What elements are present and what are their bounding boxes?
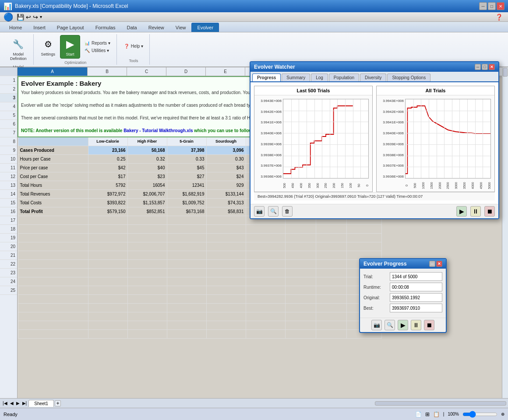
chart-all-y-labels: 3.9943E+006 3.9942E+006 3.9941E+006 3.99… xyxy=(377,99,405,178)
tab-log[interactable]: Log xyxy=(311,74,328,81)
reports-button[interactable]: 📊 Reports ▾ xyxy=(82,40,113,46)
tab-insert[interactable]: Insert xyxy=(28,23,51,32)
row-num-22: 22 xyxy=(0,260,17,269)
zoom-slider[interactable] xyxy=(462,411,497,418)
cell-c6: $40 xyxy=(127,163,167,172)
page-view-icon[interactable]: 📄 xyxy=(415,411,422,417)
corner-cell xyxy=(0,67,17,76)
row-num-9: 9 xyxy=(0,146,17,155)
zoom-in-icon[interactable]: ⊕ xyxy=(501,412,504,416)
sheet-nav: |◀ ◀ ▶ ▶| Sheet1 + xyxy=(2,400,61,407)
layout-view-icon[interactable]: ⊞ xyxy=(425,411,430,417)
watcher-play-button[interactable]: ▶ xyxy=(456,206,467,217)
progress-controls[interactable]: ─ ✕ xyxy=(429,261,442,267)
progress-close[interactable]: ✕ xyxy=(436,261,442,267)
progress-search-button[interactable]: 🔍 xyxy=(385,320,395,330)
row-num-11: 11 xyxy=(0,164,17,172)
y-label-6: 3.9938E+006 xyxy=(254,153,282,157)
save-icon[interactable]: 💾 xyxy=(17,14,24,21)
progress-play-button[interactable]: ▶ xyxy=(398,320,408,330)
tab-data[interactable]: Data xyxy=(121,23,142,32)
cell-e3: Sourdough xyxy=(206,137,246,146)
dropdown-icon[interactable]: ▾ xyxy=(40,14,42,19)
tab-stopping-options[interactable]: Stopping Options xyxy=(387,74,430,81)
status-ready: Ready xyxy=(4,412,18,417)
cell-a8: Total Hours xyxy=(18,181,88,189)
h-scrollbar-track[interactable] xyxy=(375,401,506,406)
row-num-24: 24 xyxy=(0,277,17,286)
close-button[interactable]: ✕ xyxy=(497,2,504,10)
tab-formulas[interactable]: Formulas xyxy=(90,23,121,32)
page-break-icon[interactable]: 📋 xyxy=(433,411,440,417)
watcher-search-button[interactable]: 🔍 xyxy=(268,206,279,217)
new-sheet-button[interactable]: + xyxy=(55,400,61,406)
scrollbar-thumb[interactable] xyxy=(503,68,508,77)
help-icon2: ❓ xyxy=(124,44,129,49)
tab-home[interactable]: Home xyxy=(4,23,28,32)
tab-diversity[interactable]: Diversity xyxy=(360,74,386,81)
row-num-23: 23 xyxy=(0,269,17,277)
all-y-label-1: 3.9943E+006 xyxy=(377,99,404,103)
sheet-tab-sheet1[interactable]: Sheet1 xyxy=(28,400,54,407)
row-num-18: 18 xyxy=(0,225,17,234)
progress-stop-button[interactable]: ⏹ xyxy=(424,320,434,330)
minimize-button[interactable]: ─ xyxy=(479,2,487,10)
all-y-label-2: 3.9942E+006 xyxy=(377,110,404,114)
tab-evolver[interactable]: Evolver xyxy=(191,23,219,32)
watcher-pause-button[interactable]: ⏸ xyxy=(470,206,481,217)
evolver-watcher-tabs: Progress Summary Log Population Diversit… xyxy=(250,72,498,82)
vertical-scrollbar[interactable] xyxy=(502,67,508,398)
progress-minimize[interactable]: ─ xyxy=(429,261,435,267)
horizontal-scrollbar[interactable] xyxy=(375,401,506,406)
tab-progress[interactable]: Progress xyxy=(252,74,281,81)
watcher-minimize[interactable]: ─ xyxy=(475,64,481,70)
watcher-stop-button[interactable]: ⏹ xyxy=(484,206,495,217)
sheet-nav-last[interactable]: ▶| xyxy=(21,400,28,406)
note-link[interactable]: Bakery - Tutorial Walkthrough.xls xyxy=(123,128,193,133)
best-label: Best: xyxy=(363,306,390,311)
tab-population[interactable]: Population xyxy=(329,74,359,81)
row-numbers: 1 2 3 4 5 6 7 8 9 10 11 12 13 14 15 16 1… xyxy=(0,67,18,398)
tab-summary[interactable]: Summary xyxy=(282,74,310,81)
tab-view[interactable]: View xyxy=(170,23,192,32)
start-button[interactable]: ▶ Start xyxy=(60,35,80,59)
progress-button-bar: 📷 🔍 ▶ ⏸ ⏹ xyxy=(360,318,446,332)
cell-c3: High Fiber xyxy=(127,137,167,146)
model-definition-label: ModelDefinition xyxy=(10,52,27,61)
watcher-controls[interactable]: ─ □ ✕ xyxy=(475,64,495,70)
tab-review[interactable]: Review xyxy=(143,23,170,32)
cell-a4: Cases Produced xyxy=(18,146,88,154)
help-label: Help ▾ xyxy=(131,44,143,49)
row-num-17: 17 xyxy=(0,216,17,225)
reports-icon: 📊 xyxy=(85,41,90,46)
all-x-5000: 5000 xyxy=(488,179,491,192)
watcher-camera-button[interactable]: 📷 xyxy=(254,206,265,217)
cell-a5: Hours per Case xyxy=(18,154,88,163)
undo-icon[interactable]: ↩ xyxy=(26,14,31,21)
settings-button[interactable]: ⚙ Settings xyxy=(38,35,59,59)
sheet-nav-prev[interactable]: ◀ xyxy=(9,400,14,406)
tab-page-layout[interactable]: Page Layout xyxy=(51,23,90,32)
sheet-nav-first[interactable]: |◀ xyxy=(2,400,8,406)
zoom-separator: | xyxy=(443,412,444,416)
redo-icon[interactable]: ↪ xyxy=(33,14,38,21)
maximize-button[interactable]: □ xyxy=(488,2,496,10)
sheet-nav-next[interactable]: ▶ xyxy=(15,400,21,406)
chart-all-title: All Trials xyxy=(377,86,494,95)
chart-all: All Trials 3.9943E+006 3.9942E+006 3.994… xyxy=(376,86,495,192)
original-value: 3993650.1992 xyxy=(390,293,442,302)
row-num-1: 1 xyxy=(0,76,17,85)
progress-camera-button[interactable]: 📷 xyxy=(371,320,382,330)
watcher-close[interactable]: ✕ xyxy=(489,64,495,70)
help-icon[interactable]: ❓ xyxy=(495,14,503,21)
utilities-button[interactable]: 🔨 Utilities ▾ xyxy=(82,47,113,54)
app-icon: 📊 xyxy=(4,2,12,10)
trial-row: Trial: 1344 of 5000 xyxy=(363,272,442,281)
watcher-delete-button[interactable]: 🗑 xyxy=(282,206,293,217)
window-controls[interactable]: ─ □ ✕ xyxy=(479,2,504,10)
watcher-maximize[interactable]: □ xyxy=(482,64,488,70)
progress-pause-button[interactable]: ⏸ xyxy=(411,320,421,330)
model-definition-button[interactable]: 🔧 ModelDefinition xyxy=(7,35,30,63)
help-button[interactable]: ❓ Help ▾ xyxy=(121,43,146,49)
office-orb[interactable]: 🔵 xyxy=(4,12,13,22)
